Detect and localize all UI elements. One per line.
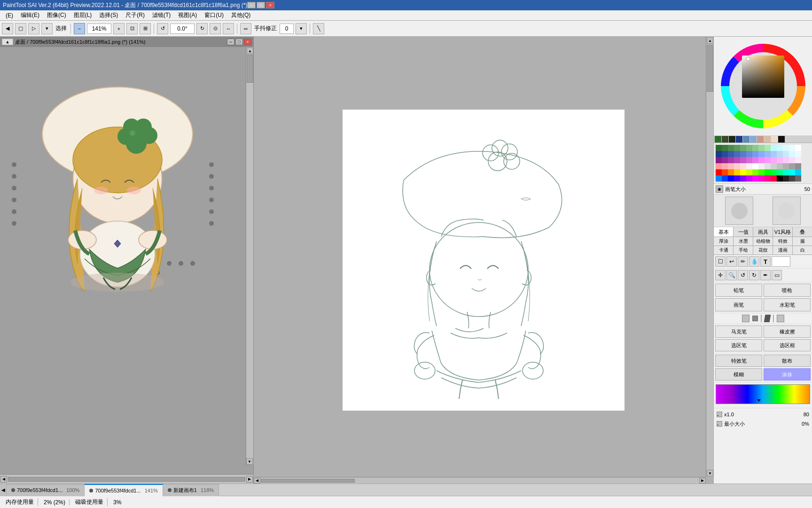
palette-cell[interactable] xyxy=(783,163,789,169)
palette-cell[interactable] xyxy=(789,157,795,163)
zoom-icon[interactable]: 🔍 xyxy=(726,270,737,280)
canvas-hscroll[interactable]: ◀ ▶ xyxy=(254,477,706,484)
undo-icon[interactable]: ↩ xyxy=(726,256,737,267)
palette-cell[interactable] xyxy=(758,169,765,175)
brush-icon-btn[interactable]: ◉ xyxy=(716,185,723,193)
size-decrease-btn[interactable]: - xyxy=(717,412,722,417)
zoom-in-button[interactable]: + xyxy=(113,23,125,34)
palette-cell[interactable] xyxy=(783,169,789,175)
palette-cell[interactable] xyxy=(746,145,752,151)
eraser-tool[interactable]: 橡皮擦 xyxy=(764,325,811,338)
scatter-tool[interactable]: 散布 xyxy=(764,355,811,367)
color-gradient-bar[interactable] xyxy=(716,384,810,404)
hscroll-right2[interactable]: ▶ xyxy=(699,478,706,484)
swatch-orange[interactable] xyxy=(757,136,764,143)
tab-scroll-left[interactable]: ◀ xyxy=(0,484,7,496)
subtab-manga[interactable]: 漫画 xyxy=(773,246,793,254)
tool-arrow[interactable]: ◀ xyxy=(2,23,13,34)
tab-value[interactable]: 一值 xyxy=(734,227,753,237)
marker-tool[interactable]: 马克笔 xyxy=(715,325,762,338)
palette-cell[interactable] xyxy=(716,151,722,157)
palette-cell[interactable] xyxy=(765,163,771,169)
tool-shape1[interactable]: ▢ xyxy=(15,23,26,34)
swatch-green2[interactable] xyxy=(722,136,728,143)
palette-cell[interactable] xyxy=(771,151,777,157)
blur-tool[interactable]: 模糊 xyxy=(715,368,762,381)
watercolor-tool[interactable]: 水彩笔 xyxy=(764,298,811,311)
palette-cell[interactable] xyxy=(783,157,789,163)
palette-cell[interactable] xyxy=(789,151,795,157)
palette-cell[interactable] xyxy=(783,175,789,182)
palette-cell[interactable] xyxy=(740,151,746,157)
tab-tools[interactable]: 画具 xyxy=(753,227,773,237)
palette-cell[interactable] xyxy=(728,151,734,157)
palette-cell[interactable] xyxy=(728,163,734,169)
checkbox-icon[interactable]: ☐ xyxy=(715,256,726,267)
palette-cell[interactable] xyxy=(752,157,758,163)
minimize-button[interactable]: ─ xyxy=(247,2,256,8)
palette-cell[interactable] xyxy=(765,151,771,157)
pen-tool[interactable]: ╲ xyxy=(313,23,324,34)
maximize-button[interactable]: □ xyxy=(257,2,265,8)
fill-tool[interactable]: 涂抹 xyxy=(764,368,811,381)
palette-cell[interactable] xyxy=(789,175,795,182)
subtab-pattern[interactable]: 花纹 xyxy=(753,246,773,254)
palette-cell[interactable] xyxy=(777,151,783,157)
palette-cell[interactable] xyxy=(746,175,752,182)
zoom-fit[interactable]: ⊡ xyxy=(126,23,138,34)
palette-cell[interactable] xyxy=(752,175,758,182)
special-brush-tool[interactable]: 特效笔 xyxy=(715,355,762,367)
stabilizer-input[interactable] xyxy=(280,24,294,34)
palette-cell[interactable] xyxy=(722,157,728,163)
palette-cell[interactable] xyxy=(765,157,771,163)
rotate-icon[interactable]: ↺ xyxy=(738,270,748,280)
tool-shape2[interactable]: ▷ xyxy=(28,23,39,34)
palette-cell[interactable] xyxy=(777,157,783,163)
rect-icon[interactable]: ▭ xyxy=(772,270,782,280)
menu-file[interactable]: (E) xyxy=(2,11,17,20)
menu-other[interactable]: 其他(Q) xyxy=(227,10,254,20)
palette-cell[interactable] xyxy=(765,175,771,182)
palette-cell[interactable] xyxy=(746,169,752,175)
tab-3[interactable]: 新建画布1 118% xyxy=(163,484,219,496)
drawing-canvas[interactable] xyxy=(343,110,625,411)
subtab-thick[interactable]: 厚涂 xyxy=(714,237,734,246)
palette-cell[interactable] xyxy=(740,145,746,151)
palette-cell[interactable] xyxy=(722,151,728,157)
zoom-input[interactable] xyxy=(87,24,111,34)
vscroll-up[interactable]: ▲ xyxy=(247,48,253,54)
palette-cell[interactable] xyxy=(758,157,765,163)
menu-filter[interactable]: 滤镜(T) xyxy=(148,10,174,20)
move-icon[interactable]: ✛ xyxy=(715,270,726,280)
palette-cell[interactable] xyxy=(758,163,765,169)
palette-cell[interactable] xyxy=(740,175,746,182)
palette-cell[interactable] xyxy=(795,151,801,157)
palette-cell[interactable] xyxy=(758,175,765,182)
subtab-white[interactable]: 白 xyxy=(793,246,812,254)
palette-cell[interactable] xyxy=(746,151,752,157)
palette-cell[interactable] xyxy=(758,151,765,157)
vscroll-down[interactable]: ▼ xyxy=(246,458,253,465)
ref-hscroll[interactable]: ◀ ▶ xyxy=(0,474,253,484)
swatch-dark[interactable] xyxy=(729,136,735,143)
zoom-out-button[interactable]: − xyxy=(74,23,85,34)
menu-edit[interactable]: 编辑(E) xyxy=(17,10,43,20)
palette-cell[interactable] xyxy=(765,145,771,151)
pen-nib-icon[interactable] xyxy=(764,315,771,322)
menu-layer[interactable]: 图层(L) xyxy=(70,10,96,20)
select-pen-tool[interactable]: 选区笔 xyxy=(715,339,762,351)
hscroll-thumb[interactable] xyxy=(8,477,245,482)
subtab-cartoon[interactable]: 卡通 xyxy=(714,246,734,254)
hscroll-left2[interactable]: ◀ xyxy=(254,478,260,484)
menu-ruler[interactable]: 尺子(R) xyxy=(122,10,148,20)
palette-cell[interactable] xyxy=(752,151,758,157)
palette-cell[interactable] xyxy=(765,169,771,175)
palette-cell[interactable] xyxy=(789,163,795,169)
palette-cell[interactable] xyxy=(777,169,783,175)
hscroll-thumb2[interactable] xyxy=(261,479,355,483)
palette-cell[interactable] xyxy=(728,169,734,175)
palette-cell[interactable] xyxy=(722,163,728,169)
tab-v1[interactable]: V1风格 xyxy=(773,227,793,237)
palette-cell[interactable] xyxy=(789,169,795,175)
flip-h[interactable]: ↔ xyxy=(223,23,234,34)
